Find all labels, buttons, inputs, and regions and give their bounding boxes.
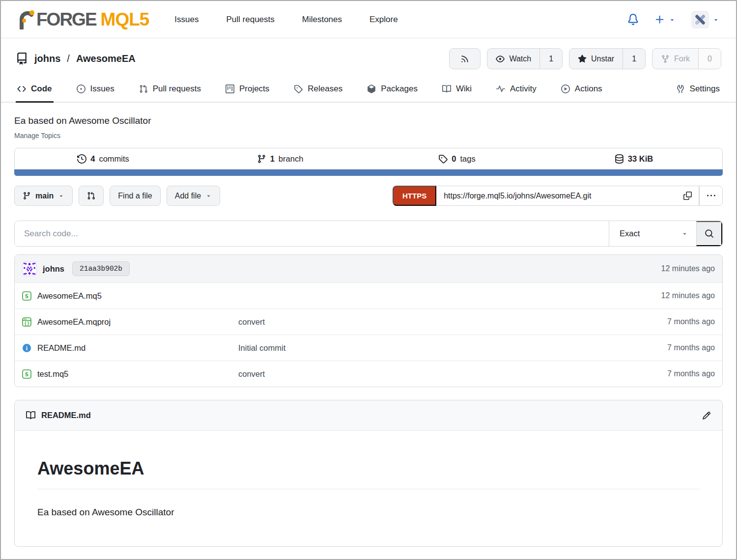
file-browser-table: johns 21aa3b902b 12 minutes ago 5 Awesom… [14, 254, 723, 387]
search-mode-dropdown[interactable]: Exact [609, 221, 696, 246]
kebab-horizontal-icon [707, 192, 715, 200]
commit-hash[interactable]: 21aa3b902b [72, 261, 130, 276]
file-link[interactable]: 5 AwesomeEA.mq5 [22, 291, 238, 301]
file-link[interactable]: { } AwesomeEA.mqproj [22, 317, 238, 327]
manage-topics-link[interactable]: Manage Topics [14, 132, 723, 140]
book-icon [442, 84, 451, 93]
logo-forge-text: FORGE [36, 9, 96, 30]
book-icon [26, 411, 35, 420]
repo-icon [16, 53, 28, 65]
repo-name-link[interactable]: AwesomeEA [76, 53, 136, 64]
find-file-label: Find a file [118, 192, 152, 200]
file-link[interactable]: i README.md [22, 343, 238, 353]
file-commit-message[interactable]: Initial commit [238, 343, 612, 353]
latest-commit-row: johns 21aa3b902b 12 minutes ago [15, 255, 722, 282]
create-new-dropdown[interactable] [654, 14, 676, 25]
search-code-input[interactable] [15, 221, 609, 246]
tags-count: 0 [452, 154, 456, 164]
code-search-bar: Exact [14, 221, 723, 247]
issue-opened-icon [77, 84, 85, 93]
database-icon [615, 154, 624, 164]
tab-code[interactable]: Code [16, 77, 54, 103]
tab-activity[interactable]: Activity [495, 77, 538, 103]
tab-packages[interactable]: Packages [366, 77, 419, 103]
readme-panel: README.md AwesomeEA Ea based on Awesome … [14, 400, 723, 547]
readme-content: AwesomeEA Ea based on Awesome Oscillator [15, 431, 722, 546]
mq5-file-icon: 5 [22, 369, 31, 379]
commit-time: 12 minutes ago [661, 264, 715, 273]
readme-paragraph: Ea based on Awesome Oscillator [37, 507, 700, 518]
chevron-down-icon [681, 230, 688, 237]
commits-label: commits [99, 154, 129, 164]
svg-text:{ }: { } [25, 321, 29, 326]
fork-count[interactable]: 0 [698, 49, 721, 69]
tab-settings-label: Settings [690, 84, 720, 94]
tab-issues[interactable]: Issues [75, 77, 116, 103]
nav-link-milestones[interactable]: Milestones [302, 15, 342, 25]
file-commit-time: 7 months ago [612, 343, 715, 352]
copy-icon [683, 192, 692, 200]
repo-header: johns / AwesomeEA Watch 1 Unstar [1, 38, 736, 77]
nav-link-explore[interactable]: Explore [369, 15, 398, 25]
copy-url-button[interactable] [677, 186, 699, 206]
project-icon [226, 84, 234, 93]
more-clone-options-button[interactable] [699, 186, 723, 206]
find-file-button[interactable]: Find a file [110, 186, 160, 206]
avatar [691, 11, 709, 28]
rss-icon [460, 55, 469, 63]
language-bar[interactable] [14, 169, 723, 176]
size-stat[interactable]: 33 KiB [545, 154, 722, 164]
info-icon: i [22, 343, 31, 353]
unstar-button[interactable]: Unstar 1 [569, 48, 646, 69]
edit-readme-button[interactable] [702, 411, 711, 420]
tab-wiki[interactable]: Wiki [441, 77, 473, 103]
fork-button[interactable]: Fork 0 [652, 48, 721, 69]
commit-author-avatar[interactable] [22, 261, 37, 276]
branches-stat[interactable]: 1 branch [192, 154, 368, 164]
https-protocol-button[interactable]: HTTPS [393, 186, 436, 206]
table-row: 5 AwesomeEA.mq5 12 minutes ago [15, 282, 722, 308]
repo-owner-link[interactable]: johns [34, 53, 60, 64]
search-submit-button[interactable] [696, 221, 722, 246]
tab-packages-label: Packages [381, 84, 418, 94]
watch-label: Watch [509, 55, 531, 63]
repo-size: 33 KiB [628, 154, 653, 164]
user-menu-dropdown[interactable] [691, 11, 719, 28]
play-circle-icon [561, 84, 570, 93]
file-commit-message[interactable]: convert [238, 369, 612, 379]
svg-text:5: 5 [25, 293, 28, 299]
file-commit-message[interactable]: convert [238, 317, 612, 327]
table-row: { } AwesomeEA.mqproj convert 7 months ag… [15, 308, 722, 335]
tab-wiki-label: Wiki [456, 84, 472, 94]
tab-projects-label: Projects [239, 84, 269, 94]
file-link[interactable]: 5 test.mq5 [22, 369, 238, 379]
clone-url-input[interactable] [436, 186, 677, 206]
watch-count[interactable]: 1 [539, 49, 562, 69]
star-count[interactable]: 1 [623, 49, 645, 69]
commits-stat[interactable]: 4 commits [15, 154, 192, 164]
rss-button[interactable] [449, 48, 481, 69]
tab-pull-requests[interactable]: Pull requests [138, 77, 202, 103]
mq5-file-icon: 5 [22, 291, 31, 301]
tab-projects[interactable]: Projects [224, 77, 271, 103]
nav-link-issues[interactable]: Issues [174, 15, 198, 25]
nav-link-pull-requests[interactable]: Pull requests [226, 15, 274, 25]
git-branch-icon [257, 154, 266, 164]
branch-selector-button[interactable]: main [14, 186, 73, 206]
file-name-label: AwesomeEA.mqproj [37, 317, 111, 327]
watch-button[interactable]: Watch 1 [487, 48, 563, 69]
commit-author-name[interactable]: johns [43, 264, 64, 274]
compare-branches-button[interactable] [79, 186, 104, 206]
tab-actions[interactable]: Actions [560, 77, 604, 103]
forge-mql5-logo[interactable]: FORGE MQL5 [18, 9, 149, 30]
svg-text:5: 5 [25, 371, 28, 377]
add-file-button[interactable]: Add file [167, 186, 220, 206]
tab-releases-label: Releases [308, 84, 342, 94]
branch-toolbar: main Find a file Add file HTTPS [14, 186, 723, 206]
tags-stat[interactable]: 0 tags [368, 154, 545, 164]
notifications-button[interactable] [627, 14, 639, 25]
tab-releases[interactable]: Releases [292, 77, 344, 103]
logo-mql5-text: MQL5 [101, 9, 149, 30]
tab-settings[interactable]: Settings [675, 77, 721, 103]
user-avatar-icon [693, 12, 708, 27]
